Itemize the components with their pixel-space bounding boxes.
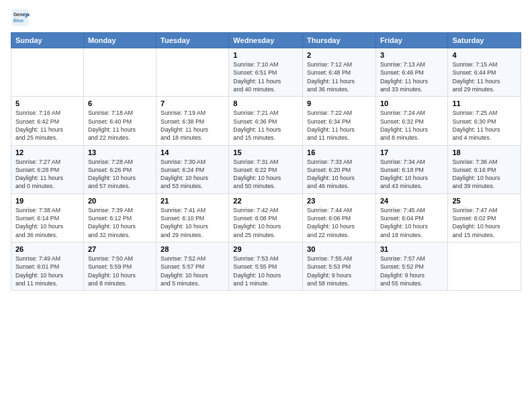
day-cell <box>83 48 156 97</box>
day-cell: 11Sunrise: 7:25 AM Sunset: 6:30 PM Dayli… <box>448 97 521 145</box>
day-cell: 13Sunrise: 7:28 AM Sunset: 6:26 PM Dayli… <box>83 145 156 193</box>
logo: General Blue <box>11 8 31 27</box>
day-number: 23 <box>307 197 371 205</box>
day-number: 3 <box>380 51 444 59</box>
day-cell: 31Sunrise: 7:57 AM Sunset: 5:52 PM Dayli… <box>375 242 448 291</box>
day-number: 22 <box>233 197 298 205</box>
day-cell: 8Sunrise: 7:21 AM Sunset: 6:36 PM Daylig… <box>229 97 303 145</box>
day-number: 16 <box>307 148 371 156</box>
week-row-5: 26Sunrise: 7:49 AM Sunset: 6:01 PM Dayli… <box>11 242 521 291</box>
day-cell: 22Sunrise: 7:42 AM Sunset: 6:08 PM Dayli… <box>229 193 303 242</box>
day-info: Sunrise: 7:53 AM Sunset: 5:55 PM Dayligh… <box>233 255 298 287</box>
day-info: Sunrise: 7:18 AM Sunset: 6:40 PM Dayligh… <box>88 109 152 142</box>
day-info: Sunrise: 7:30 AM Sunset: 6:24 PM Dayligh… <box>161 158 224 191</box>
day-cell <box>448 242 521 291</box>
day-cell: 20Sunrise: 7:39 AM Sunset: 6:12 PM Dayli… <box>83 193 156 242</box>
day-info: Sunrise: 7:27 AM Sunset: 6:28 PM Dayligh… <box>15 158 79 191</box>
day-cell <box>11 48 84 97</box>
day-cell: 14Sunrise: 7:30 AM Sunset: 6:24 PM Dayli… <box>157 145 229 193</box>
day-number: 19 <box>15 197 79 205</box>
day-info: Sunrise: 7:39 AM Sunset: 6:12 PM Dayligh… <box>88 206 152 239</box>
day-number: 11 <box>452 99 517 107</box>
day-info: Sunrise: 7:25 AM Sunset: 6:30 PM Dayligh… <box>452 109 517 142</box>
day-number: 17 <box>380 148 444 156</box>
day-info: Sunrise: 7:42 AM Sunset: 6:08 PM Dayligh… <box>233 206 298 239</box>
col-header-wednesday: Wednesday <box>229 33 303 48</box>
day-info: Sunrise: 7:49 AM Sunset: 6:01 PM Dayligh… <box>15 255 79 287</box>
day-info: Sunrise: 7:44 AM Sunset: 6:06 PM Dayligh… <box>307 206 371 239</box>
day-number: 21 <box>161 197 224 205</box>
day-number: 7 <box>161 99 224 107</box>
week-row-1: 1Sunrise: 7:10 AM Sunset: 6:51 PM Daylig… <box>11 48 521 97</box>
day-cell: 24Sunrise: 7:45 AM Sunset: 6:04 PM Dayli… <box>375 193 448 242</box>
day-number: 14 <box>161 148 224 156</box>
day-info: Sunrise: 7:22 AM Sunset: 6:34 PM Dayligh… <box>307 109 371 142</box>
day-number: 27 <box>88 245 152 253</box>
day-info: Sunrise: 7:31 AM Sunset: 6:22 PM Dayligh… <box>233 158 298 191</box>
day-cell: 21Sunrise: 7:41 AM Sunset: 6:10 PM Dayli… <box>157 193 229 242</box>
day-cell: 16Sunrise: 7:33 AM Sunset: 6:20 PM Dayli… <box>303 145 376 193</box>
col-header-tuesday: Tuesday <box>157 33 229 48</box>
week-row-4: 19Sunrise: 7:38 AM Sunset: 6:14 PM Dayli… <box>11 193 521 242</box>
col-header-friday: Friday <box>375 33 448 48</box>
day-cell: 2Sunrise: 7:12 AM Sunset: 6:48 PM Daylig… <box>303 48 376 97</box>
day-info: Sunrise: 7:55 AM Sunset: 5:53 PM Dayligh… <box>307 255 371 287</box>
day-info: Sunrise: 7:57 AM Sunset: 5:52 PM Dayligh… <box>380 255 444 287</box>
day-number: 4 <box>452 51 517 59</box>
day-number: 10 <box>380 99 444 107</box>
day-number: 5 <box>15 99 79 107</box>
day-cell: 23Sunrise: 7:44 AM Sunset: 6:06 PM Dayli… <box>303 193 376 242</box>
day-number: 6 <box>88 99 152 107</box>
page: General Blue SundayMondayTuesdayWednesda… <box>0 0 532 411</box>
day-info: Sunrise: 7:19 AM Sunset: 6:38 PM Dayligh… <box>161 109 224 142</box>
day-number: 25 <box>452 197 517 205</box>
day-cell: 10Sunrise: 7:24 AM Sunset: 6:32 PM Dayli… <box>375 97 448 145</box>
day-info: Sunrise: 7:41 AM Sunset: 6:10 PM Dayligh… <box>161 206 224 239</box>
col-header-sunday: Sunday <box>11 33 84 48</box>
header: General Blue <box>11 8 521 27</box>
day-info: Sunrise: 7:38 AM Sunset: 6:14 PM Dayligh… <box>15 206 79 239</box>
day-info: Sunrise: 7:13 AM Sunset: 6:46 PM Dayligh… <box>380 60 444 93</box>
header-row: SundayMondayTuesdayWednesdayThursdayFrid… <box>11 33 521 48</box>
day-number: 8 <box>233 99 298 107</box>
calendar-table: SundayMondayTuesdayWednesdayThursdayFrid… <box>11 32 521 291</box>
day-number: 30 <box>307 245 371 253</box>
day-cell: 15Sunrise: 7:31 AM Sunset: 6:22 PM Dayli… <box>229 145 303 193</box>
week-row-2: 5Sunrise: 7:16 AM Sunset: 6:42 PM Daylig… <box>11 97 521 145</box>
day-info: Sunrise: 7:36 AM Sunset: 6:16 PM Dayligh… <box>452 158 517 191</box>
day-cell: 9Sunrise: 7:22 AM Sunset: 6:34 PM Daylig… <box>303 97 376 145</box>
day-number: 31 <box>380 245 444 253</box>
day-cell: 30Sunrise: 7:55 AM Sunset: 5:53 PM Dayli… <box>303 242 376 291</box>
day-cell: 6Sunrise: 7:18 AM Sunset: 6:40 PM Daylig… <box>83 97 156 145</box>
logo-icon: General Blue <box>11 8 30 27</box>
day-info: Sunrise: 7:16 AM Sunset: 6:42 PM Dayligh… <box>15 109 79 142</box>
day-info: Sunrise: 7:33 AM Sunset: 6:20 PM Dayligh… <box>307 158 371 191</box>
col-header-monday: Monday <box>83 33 156 48</box>
day-info: Sunrise: 7:50 AM Sunset: 5:59 PM Dayligh… <box>88 255 152 287</box>
day-cell: 4Sunrise: 7:15 AM Sunset: 6:44 PM Daylig… <box>448 48 521 97</box>
day-info: Sunrise: 7:52 AM Sunset: 5:57 PM Dayligh… <box>161 255 224 287</box>
day-number: 12 <box>15 148 79 156</box>
day-cell <box>157 48 229 97</box>
day-number: 15 <box>233 148 298 156</box>
day-info: Sunrise: 7:47 AM Sunset: 6:02 PM Dayligh… <box>452 206 517 239</box>
svg-text:Blue: Blue <box>13 18 24 23</box>
week-row-3: 12Sunrise: 7:27 AM Sunset: 6:28 PM Dayli… <box>11 145 521 193</box>
day-info: Sunrise: 7:34 AM Sunset: 6:18 PM Dayligh… <box>380 158 444 191</box>
day-cell: 17Sunrise: 7:34 AM Sunset: 6:18 PM Dayli… <box>375 145 448 193</box>
day-info: Sunrise: 7:21 AM Sunset: 6:36 PM Dayligh… <box>233 109 298 142</box>
day-number: 24 <box>380 197 444 205</box>
day-info: Sunrise: 7:10 AM Sunset: 6:51 PM Dayligh… <box>233 60 298 93</box>
day-cell: 3Sunrise: 7:13 AM Sunset: 6:46 PM Daylig… <box>375 48 448 97</box>
day-cell: 19Sunrise: 7:38 AM Sunset: 6:14 PM Dayli… <box>11 193 84 242</box>
day-cell: 5Sunrise: 7:16 AM Sunset: 6:42 PM Daylig… <box>11 97 84 145</box>
day-cell: 27Sunrise: 7:50 AM Sunset: 5:59 PM Dayli… <box>83 242 156 291</box>
day-number: 1 <box>233 51 298 59</box>
day-info: Sunrise: 7:28 AM Sunset: 6:26 PM Dayligh… <box>88 158 152 191</box>
day-info: Sunrise: 7:45 AM Sunset: 6:04 PM Dayligh… <box>380 206 444 239</box>
day-cell: 12Sunrise: 7:27 AM Sunset: 6:28 PM Dayli… <box>11 145 84 193</box>
day-number: 2 <box>307 51 371 59</box>
day-cell: 18Sunrise: 7:36 AM Sunset: 6:16 PM Dayli… <box>448 145 521 193</box>
col-header-saturday: Saturday <box>448 33 521 48</box>
day-cell: 7Sunrise: 7:19 AM Sunset: 6:38 PM Daylig… <box>157 97 229 145</box>
